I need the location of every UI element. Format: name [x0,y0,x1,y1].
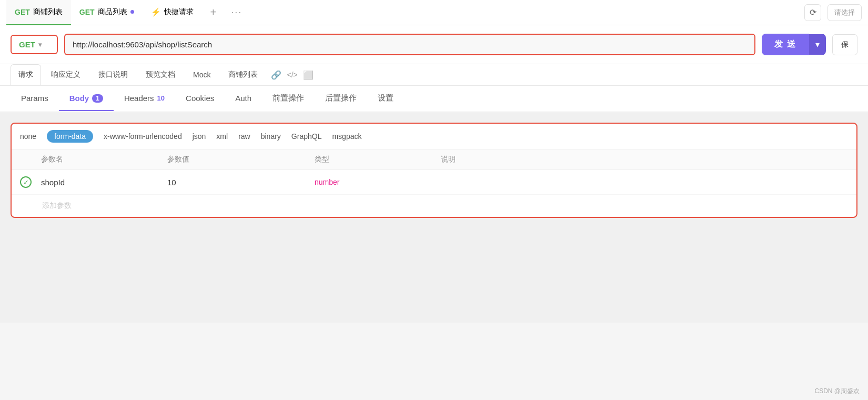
sub-tab-icon-group: 🔗 </> ⬜ [271,70,313,80]
params-table: 参数名 参数值 类型 说明 ✓ shopId 10 number 添加参数 [12,149,856,217]
col-param-value: 参数值 [167,155,315,164]
tab-quick-req[interactable]: ⚡ 快捷请求 [143,0,202,25]
tab-quick-label: 快捷请求 [164,7,194,17]
req-tab-body[interactable]: Body 1 [59,86,114,111]
param-type: number [315,178,441,186]
body-type-x-www[interactable]: x-www-form-urlencoded [104,130,182,143]
sub-tab-request[interactable]: 请求 [11,64,41,85]
footer-text: CSDN @周盛欢 [814,387,860,395]
send-button[interactable]: 发 送 [762,34,809,55]
refresh-button[interactable]: ⟳ [804,4,821,21]
tab-goods-label: 商品列表 [98,7,127,17]
body-type-xml[interactable]: xml [216,130,228,143]
body-type-raw[interactable]: raw [238,130,250,143]
body-type-graphql[interactable]: GraphQL [291,130,322,143]
param-name[interactable]: shopId [41,178,167,187]
col-param-type: 类型 [315,155,441,164]
flash-icon: ⚡ [151,7,161,17]
req-tab-post-ops[interactable]: 后置操作 [315,86,367,112]
col-param-name: 参数名 [41,155,167,164]
param-value[interactable]: 10 [167,178,315,187]
req-tab-pre-ops[interactable]: 前置操作 [262,86,315,112]
params-header: 参数名 参数值 类型 说明 [12,149,856,170]
body-type-none[interactable]: none [20,130,36,143]
method-label: GET [19,40,35,49]
code-icon[interactable]: </> [287,71,297,79]
param-check-icon[interactable]: ✓ [20,176,32,188]
sub-tab-preview-doc[interactable]: 预览文档 [138,64,183,85]
url-bar: GET ▾ 发 送 ▾ 保 [0,25,868,64]
method-button[interactable]: GET ▾ [11,35,58,54]
url-input[interactable] [65,35,754,54]
tab-bar-right: ⟳ 请选择 [804,4,862,21]
tab-shop-list[interactable]: GET 商铺列表 [6,0,71,25]
link-icon[interactable]: 🔗 [271,70,281,80]
body-panel: none form-data x-www-form-urlencoded jso… [11,123,857,218]
sub-tab-mock[interactable]: Mock [185,65,218,85]
tab-method-label: GET [15,8,30,16]
body-type-binary[interactable]: binary [261,130,281,143]
sub-tabs: 请求 响应定义 接口说明 预览文档 Mock 商铺列表 🔗 </> ⬜ [0,64,868,86]
chevron-down-icon: ▾ [815,40,820,49]
main-content: none form-data x-www-form-urlencoded jso… [0,112,868,323]
body-type-json[interactable]: json [193,130,206,143]
sub-tab-shop-list[interactable]: 商铺列表 [220,64,266,85]
tab-bar: GET 商铺列表 GET 商品列表 ⚡ 快捷请求 + ··· ⟳ 请选择 [0,0,868,25]
sub-tab-api-desc[interactable]: 接口说明 [90,64,136,85]
col-param-desc: 说明 [441,155,848,164]
tab-goods-method: GET [79,8,95,16]
tab-shop-list-label: 商铺列表 [33,7,63,17]
table-row: ✓ shopId 10 number [12,170,856,195]
sub-tab-response-def[interactable]: 响应定义 [43,64,88,85]
req-tab-headers[interactable]: Headers 10 [114,86,175,111]
body-type-form-data[interactable]: form-data [47,130,93,143]
chevron-down-icon: ▾ [38,41,42,48]
req-tab-params[interactable]: Params [11,86,59,111]
url-input-wrap [64,34,755,55]
add-param-button[interactable]: 添加参数 [12,195,856,217]
footer: CSDN @周盛欢 [814,387,860,396]
headers-badge: 10 [157,94,165,102]
layout-icon[interactable]: ⬜ [303,70,314,80]
tab-dot-indicator [130,10,134,14]
save-button[interactable]: 保 [832,34,857,55]
add-tab-button[interactable]: + [206,4,221,21]
req-tab-auth[interactable]: Auth [225,86,262,111]
body-type-tabs: none form-data x-www-form-urlencoded jso… [12,124,856,149]
req-tab-cookies[interactable]: Cookies [175,86,225,111]
req-tab-settings[interactable]: 设置 [367,86,404,112]
tab-goods-list[interactable]: GET 商品列表 [71,0,143,25]
send-button-group: 发 送 ▾ [762,34,826,55]
env-select[interactable]: 请选择 [827,4,862,21]
body-badge: 1 [92,94,103,103]
refresh-icon: ⟳ [810,7,816,17]
body-type-msgpack[interactable]: msgpack [332,130,361,143]
req-tabs: Params Body 1 Headers 10 Cookies Auth 前置… [0,86,868,112]
more-tabs-button[interactable]: ··· [227,5,246,20]
send-dropdown-button[interactable]: ▾ [809,34,826,55]
tab-actions: + ··· [206,4,247,21]
